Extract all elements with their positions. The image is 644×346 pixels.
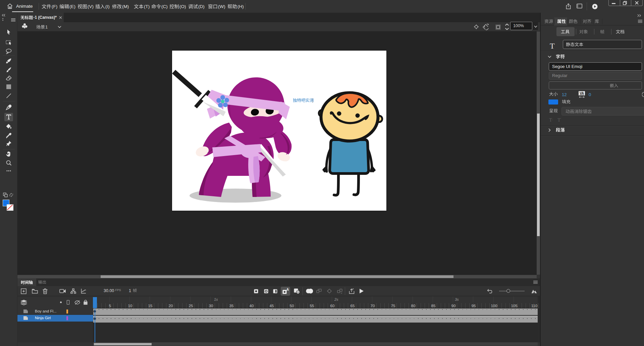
- svg-text:A: A: [286, 288, 289, 291]
